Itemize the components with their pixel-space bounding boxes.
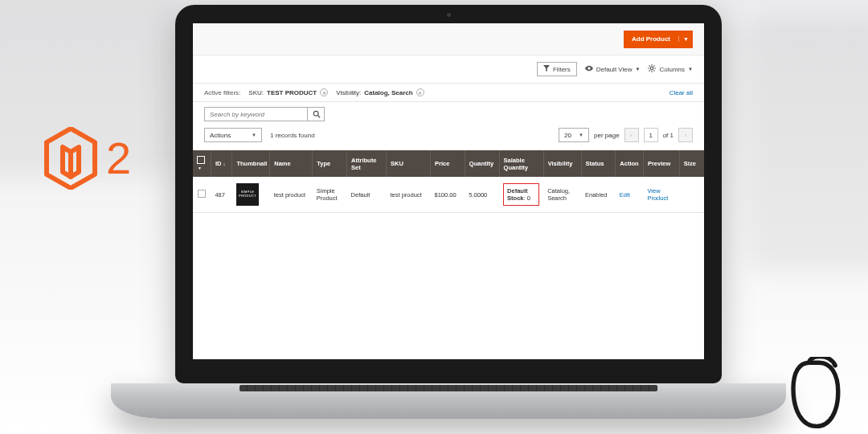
- default-view-label: Default View: [596, 66, 633, 73]
- magento-hexagon-icon: [43, 127, 98, 190]
- cell-thumbnail: SIMPLE PRODUCT: [232, 177, 270, 213]
- chevron-down-icon: ▼: [636, 67, 641, 72]
- add-product-dropdown-icon[interactable]: ▼: [678, 36, 693, 42]
- cell-salable: Default Stock: 0: [499, 177, 543, 213]
- cell-type: Simple Product: [313, 177, 347, 213]
- filters-button[interactable]: Filters: [537, 62, 577, 76]
- edit-link[interactable]: Edit: [620, 191, 630, 199]
- gear-icon: [648, 64, 656, 74]
- brand-logo: 2: [43, 127, 131, 190]
- per-page-label: per page: [594, 132, 620, 139]
- col-name[interactable]: Name: [270, 150, 313, 177]
- add-product-button[interactable]: Add Product ▼: [624, 31, 693, 48]
- col-visibility[interactable]: Visibility: [543, 150, 581, 177]
- table-row[interactable]: 487 SIMPLE PRODUCT test product Simple P…: [193, 177, 704, 213]
- thumb-placeholder: SIMPLE PRODUCT: [236, 183, 259, 206]
- col-sku[interactable]: SKU: [386, 150, 430, 177]
- pager-page-input[interactable]: 1: [644, 128, 658, 142]
- laptop-deck: [111, 383, 786, 419]
- col-size[interactable]: Size: [679, 150, 704, 177]
- chevron-down-icon: ▼: [579, 133, 583, 137]
- actions-label: Actions: [210, 132, 231, 139]
- cell-qty: 5.0000: [465, 177, 499, 213]
- col-qty[interactable]: Quantity: [465, 150, 499, 177]
- cell-visibility: Catalog, Search: [543, 177, 581, 213]
- cell-action: Edit: [616, 177, 644, 213]
- col-salable[interactable]: Salable Quantity: [499, 150, 543, 177]
- grid-toolbar: Filters Default View ▼ Columns ▼: [193, 55, 704, 84]
- cell-status: Enabled: [581, 177, 616, 213]
- camera-dot-icon: [447, 13, 451, 17]
- svg-line-9: [654, 66, 655, 67]
- chip-remove-icon[interactable]: ✕: [320, 88, 328, 96]
- pager-next-button[interactable]: ›: [678, 128, 693, 142]
- col-id[interactable]: ID ↓: [211, 150, 231, 177]
- page-header: Add Product ▼: [193, 23, 704, 55]
- chip-key: SKU:: [248, 89, 264, 96]
- svg-line-10: [649, 70, 650, 71]
- products-grid: ▼ ID ↓ Thumbnail Name Type Attribute Set…: [193, 150, 704, 213]
- cell-preview: View Product: [643, 177, 679, 213]
- funnel-icon: [543, 65, 550, 73]
- add-product-label: Add Product: [624, 35, 678, 43]
- chip-remove-icon[interactable]: ✕: [416, 88, 424, 96]
- laptop-frame: Add Product ▼ Filters Default View ▼: [175, 5, 722, 419]
- pager: 20 ▼ per page ‹ 1 of 1 ›: [559, 128, 693, 142]
- keyboard-strip: [240, 385, 657, 391]
- per-page-value: 20: [564, 132, 571, 139]
- filters-label: Filters: [553, 66, 571, 73]
- keyword-search: [204, 107, 325, 121]
- col-preview[interactable]: Preview: [643, 150, 679, 177]
- svg-line-8: [654, 70, 655, 71]
- cell-attrset: Default: [347, 177, 387, 213]
- pager-page-value: 1: [649, 132, 652, 139]
- mouse-icon: [786, 357, 844, 429]
- filter-chip-sku: SKU: TEST PRODUCT ✕: [248, 88, 328, 96]
- col-action[interactable]: Action: [616, 150, 644, 177]
- cell-sku: test product: [386, 177, 430, 213]
- col-attrset[interactable]: Attribute Set: [347, 150, 387, 177]
- view-product-link[interactable]: View Product: [647, 187, 668, 202]
- cell-price: $100.00: [431, 177, 465, 213]
- filter-chip-visibility: Visibility: Catalog, Search ✕: [336, 88, 424, 96]
- active-filters-label: Active filters:: [204, 89, 240, 96]
- actions-select[interactable]: Actions ▼: [204, 128, 262, 142]
- cell-id: 487: [211, 177, 231, 213]
- col-checkbox[interactable]: ▼: [193, 150, 211, 177]
- columns-label: Columns: [659, 66, 685, 73]
- chip-key: Visibility:: [336, 89, 361, 96]
- svg-point-11: [313, 111, 318, 116]
- svg-line-7: [649, 66, 650, 67]
- chevron-down-icon: ▼: [688, 67, 693, 72]
- chip-value: TEST PRODUCT: [267, 89, 317, 96]
- brand-version-text: 2: [106, 136, 131, 181]
- chevron-down-icon: ▼: [252, 133, 256, 137]
- actions-row: Actions ▼ 1 records found 20 ▼ per page …: [193, 125, 704, 150]
- pager-prev-button[interactable]: ‹: [624, 128, 639, 142]
- active-filters-bar: Active filters: SKU: TEST PRODUCT ✕ Visi…: [193, 84, 704, 102]
- cell-size: [679, 177, 704, 213]
- chevron-right-icon: ›: [685, 132, 687, 139]
- cell-name: test product: [270, 177, 313, 213]
- col-type[interactable]: Type: [313, 150, 347, 177]
- salable-highlight: Default Stock: 0: [503, 183, 539, 206]
- grid-header-row: ▼ ID ↓ Thumbnail Name Type Attribute Set…: [193, 150, 704, 177]
- per-page-select[interactable]: 20 ▼: [559, 128, 589, 142]
- svg-point-2: [651, 67, 654, 70]
- chevron-left-icon: ‹: [630, 132, 633, 139]
- admin-screen: Add Product ▼ Filters Default View ▼: [193, 23, 704, 359]
- columns-control[interactable]: Columns ▼: [648, 64, 693, 74]
- records-found: 1 records found: [270, 132, 315, 139]
- salable-value: : 0: [524, 194, 530, 202]
- row-checkbox[interactable]: [193, 177, 211, 213]
- col-price[interactable]: Price: [431, 150, 465, 177]
- col-status[interactable]: Status: [581, 150, 616, 177]
- pager-of-label: of 1: [663, 132, 674, 139]
- col-thumbnail[interactable]: Thumbnail: [232, 150, 270, 177]
- chip-value: Catalog, Search: [364, 89, 412, 96]
- clear-all-link[interactable]: Clear all: [669, 89, 693, 96]
- search-icon[interactable]: [307, 107, 325, 121]
- search-row: [193, 102, 704, 125]
- svg-line-12: [317, 116, 320, 118]
- default-view-control[interactable]: Default View ▼: [585, 65, 641, 73]
